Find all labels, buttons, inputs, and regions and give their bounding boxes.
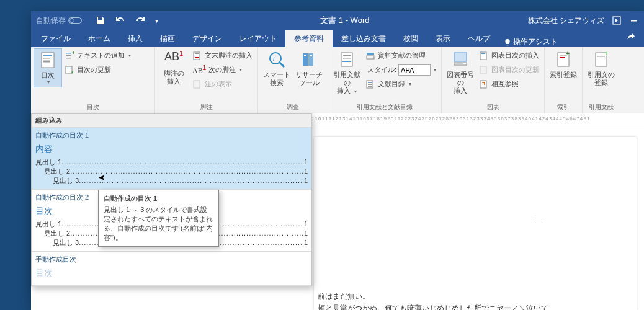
page-text: 前はまだ無い。 頓と見當がつかぬ。何ても暗薄いじめじめした所でニヤー／＼泣いて … (318, 144, 637, 310)
mark-index-entry-button[interactable]: + 索引登録 (547, 48, 579, 80)
insert-footnote-button[interactable]: AB1 脚注の 挿入 (158, 48, 190, 87)
svg-rect-23 (304, 55, 306, 56)
tab-review[interactable]: 校閲 (395, 30, 427, 47)
save-icon[interactable] (96, 16, 105, 25)
toc-label: 目次 (41, 71, 55, 79)
undo-icon[interactable] (115, 16, 125, 25)
qat-more-icon[interactable]: ▾ (155, 17, 158, 24)
ribbon-options-icon[interactable] (612, 16, 622, 25)
smart-lookup-icon: i (267, 50, 287, 69)
svg-rect-9 (66, 58, 71, 59)
ribbon-tabs: ファイル ホーム 挿入 描画 デザイン レイアウト 参考資料 差し込み文書 校閲… (31, 30, 644, 47)
update-table-figures-button: 図表目次の更新 (476, 63, 542, 77)
tab-references[interactable]: 参考資料 (285, 30, 333, 47)
autosave-toggle-icon[interactable] (68, 17, 82, 24)
mark-citation-button[interactable]: + 引用文の 登録 (585, 48, 617, 88)
researcher-button[interactable]: リサーチ ツール (293, 48, 325, 88)
svg-rect-34 (368, 84, 372, 85)
tab-draw[interactable]: 描画 (151, 30, 184, 47)
svg-rect-11 (66, 66, 72, 74)
group-index: + 索引登録 索引 (545, 47, 583, 113)
chevron-down-icon[interactable]: ▾ (434, 67, 436, 73)
crossref-icon (479, 79, 489, 89)
svg-rect-7 (66, 53, 71, 54)
citation-icon: — (337, 50, 357, 69)
svg-rect-38 (455, 64, 463, 64)
group-toa-label: 引用文献 (585, 103, 617, 113)
group-research: i スマート 検索 リサーチ ツール 調査 (258, 47, 328, 113)
group-citations-label: 引用文献と文献目録 (331, 103, 439, 113)
manage-sources-button[interactable]: 資料文献の管理 (363, 48, 439, 63)
toc-option-manual[interactable]: 手動作成目次 目次 (32, 252, 311, 286)
add-text-button[interactable]: + テキストの追加▾ (62, 48, 133, 63)
svg-rect-5 (43, 60, 50, 61)
update-toc-button[interactable]: 目次の更新 (62, 63, 133, 77)
ruler[interactable]: 1101111213141516171819202122232425262728… (311, 113, 644, 125)
toc-option-auto1[interactable]: 自動作成の目次 1 内容 見出し 1......................… (32, 128, 311, 190)
tab-mailings[interactable]: 差し込み文書 (333, 30, 395, 47)
minimize-icon[interactable] (629, 16, 639, 25)
tab-home[interactable]: ホーム (79, 30, 119, 47)
toc-preview: 内容 見出し 1................................… (35, 144, 308, 185)
svg-rect-24 (310, 55, 312, 56)
svg-rect-42 (480, 81, 486, 88)
chevron-down-icon: ▾ (47, 79, 50, 86)
quick-access-toolbar: ▾ (87, 16, 167, 25)
group-footnote-label: 脚注 (158, 103, 255, 113)
index-icon: + (553, 50, 573, 69)
manage-sources-icon (365, 51, 375, 61)
citation-style-input[interactable] (398, 64, 431, 76)
group-citations: — 引用文献の 挿入 ▾ 資料文献の管理 スタイル: ▾ (328, 47, 442, 113)
svg-text:+: + (566, 50, 570, 57)
insert-tof-icon (479, 51, 489, 61)
svg-point-18 (270, 53, 281, 64)
insert-citation-button[interactable]: — 引用文献の 挿入 ▾ (331, 48, 363, 97)
next-footnote-button[interactable]: AB1 次の脚注▾ (190, 63, 255, 77)
cross-reference-button[interactable]: 相互参照 (476, 77, 542, 91)
svg-text:—: — (342, 56, 351, 66)
insert-caption-button[interactable]: 図表番号の 挿入 (444, 48, 476, 97)
group-toc: 目次 ▾ + テキストの追加▾ 目次の更新 目次 (31, 47, 155, 113)
toc-icon (38, 50, 58, 70)
tooltip-body: 見出し 1 ～ 3 のスタイルで書式設定されたすべてのテキストが含まれる、自動作… (104, 205, 213, 242)
bibliography-button[interactable]: 文献目録▾ (363, 77, 439, 91)
researcher-icon (299, 50, 319, 69)
toc-button[interactable]: 目次 ▾ (34, 48, 62, 87)
share-button[interactable] (618, 29, 643, 47)
svg-rect-1 (631, 20, 637, 22)
group-index-label: 索引 (547, 103, 579, 113)
svg-rect-12 (67, 68, 71, 68)
tab-file[interactable]: ファイル (32, 30, 79, 47)
cursor-icon: ➤ (98, 172, 105, 182)
smart-lookup-button[interactable]: i スマート 検索 (261, 48, 293, 88)
tell-me[interactable]: 操作アシスト (499, 37, 563, 47)
tab-design[interactable]: デザイン (184, 30, 231, 47)
tab-help[interactable]: ヘルプ (459, 30, 499, 47)
toa-icon: + (591, 50, 611, 69)
group-footnote: AB1 脚注の 挿入 文末脚注の挿入 AB1 次の脚注▾ (155, 47, 258, 113)
tooltip: 自動作成の目次 1 見出し 1 ～ 3 のスタイルで書式設定されたすべてのテキス… (98, 190, 219, 247)
page[interactable]: 前はまだ無い。 頓と見當がつかぬ。何ても暗薄いじめじめした所でニヤー／＼泣いて … (314, 137, 637, 310)
svg-line-19 (280, 63, 284, 67)
svg-rect-41 (480, 66, 486, 74)
svg-rect-30 (367, 56, 374, 59)
account-name[interactable]: 株式会社 シェアウィズ (528, 16, 604, 26)
tab-insert[interactable]: 挿入 (119, 30, 151, 47)
svg-rect-6 (43, 61, 50, 63)
svg-rect-29 (367, 53, 374, 55)
insert-table-figures-button[interactable]: 図表目次の挿入 (476, 48, 542, 63)
text-cursor-icon (535, 215, 543, 223)
tab-view[interactable]: 表示 (427, 30, 459, 47)
show-notes-button: 注の表示 (190, 77, 255, 91)
redo-icon[interactable] (135, 16, 145, 25)
svg-rect-4 (43, 58, 50, 59)
insert-endnote-button[interactable]: 文末脚注の挿入 (190, 48, 255, 63)
autosave[interactable]: 自動保存 (31, 16, 87, 26)
lightbulb-icon (504, 38, 511, 46)
svg-rect-39 (480, 52, 486, 60)
svg-rect-15 (195, 53, 199, 54)
svg-rect-35 (368, 86, 372, 87)
tooltip-title: 自動作成の目次 1 (104, 194, 213, 203)
tab-layout[interactable]: レイアウト (231, 30, 285, 47)
group-research-label: 調査 (261, 103, 325, 113)
